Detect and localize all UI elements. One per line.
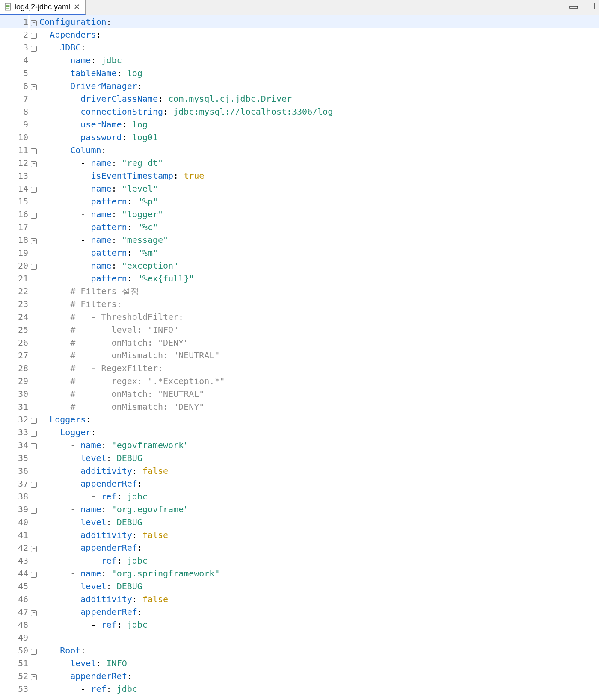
code-line[interactable]: - name: "logger" bbox=[39, 208, 599, 221]
code-line[interactable]: pattern: "%m" bbox=[39, 246, 599, 259]
code-line[interactable]: Loggers: bbox=[39, 413, 599, 426]
fold-cell[interactable]: − bbox=[30, 439, 39, 452]
fold-toggle-icon[interactable]: − bbox=[31, 546, 37, 552]
fold-cell[interactable]: − bbox=[30, 233, 39, 246]
code-line[interactable]: level: DEBUG bbox=[39, 516, 599, 529]
code-line[interactable]: JDBC: bbox=[39, 41, 599, 54]
fold-cell[interactable]: − bbox=[30, 644, 39, 657]
code-line[interactable]: Appenders: bbox=[39, 28, 599, 41]
fold-cell[interactable]: − bbox=[30, 80, 39, 92]
fold-cell[interactable]: − bbox=[30, 541, 39, 554]
code-line[interactable]: - name: "egovframework" bbox=[39, 439, 599, 452]
code-line[interactable]: password: log01 bbox=[39, 131, 599, 144]
fold-toggle-icon[interactable]: − bbox=[31, 674, 37, 680]
fold-cell[interactable]: − bbox=[30, 477, 39, 490]
close-icon[interactable]: ✕ bbox=[73, 2, 81, 12]
code-line[interactable]: appenderRef: bbox=[39, 670, 599, 682]
code-line[interactable]: connectionString: jdbc:mysql://localhost… bbox=[39, 105, 599, 118]
fold-cell[interactable]: − bbox=[30, 503, 39, 516]
code-line[interactable]: - name: "exception" bbox=[39, 259, 599, 272]
fold-cell[interactable]: − bbox=[30, 605, 39, 618]
code-line[interactable]: - name: "reg_dt" bbox=[39, 157, 599, 169]
fold-toggle-icon[interactable]: − bbox=[31, 431, 37, 437]
fold-cell[interactable]: − bbox=[30, 208, 39, 221]
fold-cell[interactable]: − bbox=[30, 41, 39, 54]
fold-cell[interactable]: − bbox=[30, 157, 39, 169]
code-line[interactable]: level: DEBUG bbox=[39, 452, 599, 464]
fold-cell[interactable]: − bbox=[30, 28, 39, 41]
code-line[interactable]: additivity: false bbox=[39, 593, 599, 605]
fold-toggle-icon[interactable]: − bbox=[31, 238, 37, 244]
fold-cell[interactable]: − bbox=[30, 182, 39, 195]
code-line[interactable]: pattern: "%c" bbox=[39, 221, 599, 233]
code-line[interactable]: level: INFO bbox=[39, 657, 599, 670]
code-line[interactable] bbox=[39, 631, 599, 644]
code-line[interactable]: # level: "INFO" bbox=[39, 323, 599, 336]
maximize-icon[interactable] bbox=[586, 3, 596, 9]
code-line[interactable]: - name: "message" bbox=[39, 233, 599, 246]
code-line[interactable]: # - RegexFilter: bbox=[39, 362, 599, 375]
code-line[interactable]: Column: bbox=[39, 144, 599, 157]
code-line[interactable]: # onMismatch: "DENY" bbox=[39, 400, 599, 413]
code-line[interactable]: name: jdbc bbox=[39, 54, 599, 67]
code-line[interactable]: DriverManager: bbox=[39, 80, 599, 92]
editor-tab[interactable]: log4j2-jdbc.yaml ✕ bbox=[0, 0, 86, 15]
fold-toggle-icon[interactable]: − bbox=[31, 33, 37, 39]
code-line[interactable]: # - ThresholdFilter: bbox=[39, 310, 599, 323]
code-line[interactable]: - name: "org.egovframe" bbox=[39, 503, 599, 516]
line-number: 15 bbox=[0, 195, 28, 208]
minimize-icon[interactable] bbox=[569, 3, 578, 9]
fold-toggle-icon[interactable]: − bbox=[31, 649, 37, 655]
code-line[interactable]: # onMismatch: "NEUTRAL" bbox=[39, 349, 599, 362]
code-line[interactable]: additivity: false bbox=[39, 464, 599, 477]
code-line[interactable]: pattern: "%ex{full}" bbox=[39, 272, 599, 285]
fold-toggle-icon[interactable]: − bbox=[31, 443, 37, 449]
code-line[interactable]: userName: log bbox=[39, 118, 599, 131]
fold-toggle-icon[interactable]: − bbox=[31, 418, 37, 424]
code-line[interactable]: - ref: jdbc bbox=[39, 490, 599, 503]
fold-toggle-icon[interactable]: − bbox=[31, 148, 37, 154]
fold-cell[interactable]: − bbox=[30, 15, 39, 28]
fold-toggle-icon[interactable]: − bbox=[31, 84, 37, 90]
code-line[interactable]: isEventTimestamp: true bbox=[39, 169, 599, 182]
code-line[interactable]: Logger: bbox=[39, 426, 599, 439]
code-line[interactable]: # onMatch: "NEUTRAL" bbox=[39, 387, 599, 400]
code-line[interactable]: appenderRef: bbox=[39, 541, 599, 554]
fold-toggle-icon[interactable]: − bbox=[31, 482, 37, 488]
fold-cell[interactable]: − bbox=[30, 567, 39, 580]
code-editor[interactable]: 1234567891011121314151617181920212223242… bbox=[0, 15, 599, 695]
fold-toggle-icon[interactable]: − bbox=[31, 213, 37, 219]
code-line[interactable]: - ref: jdbc bbox=[39, 682, 599, 695]
fold-toggle-icon[interactable]: − bbox=[31, 187, 37, 193]
fold-cell[interactable]: − bbox=[30, 426, 39, 439]
code-line[interactable]: # onMatch: "DENY" bbox=[39, 336, 599, 349]
code-line[interactable]: - ref: jdbc bbox=[39, 554, 599, 567]
fold-cell[interactable]: − bbox=[30, 670, 39, 682]
code-line[interactable]: pattern: "%p" bbox=[39, 195, 599, 208]
code-line[interactable]: level: DEBUG bbox=[39, 580, 599, 593]
fold-toggle-icon[interactable]: − bbox=[31, 508, 37, 514]
fold-cell[interactable]: − bbox=[30, 413, 39, 426]
code-line[interactable]: - name: "org.springframework" bbox=[39, 567, 599, 580]
code-area[interactable]: Configuration: Appenders: JDBC: name: jd… bbox=[39, 15, 599, 695]
code-line[interactable]: appenderRef: bbox=[39, 477, 599, 490]
code-line[interactable]: appenderRef: bbox=[39, 605, 599, 618]
fold-toggle-icon[interactable]: − bbox=[31, 20, 37, 26]
code-line[interactable]: # Filters: bbox=[39, 298, 599, 310]
code-line[interactable]: driverClassName: com.mysql.cj.jdbc.Drive… bbox=[39, 92, 599, 105]
code-line[interactable]: - ref: jdbc bbox=[39, 618, 599, 631]
fold-toggle-icon[interactable]: − bbox=[31, 610, 37, 616]
code-line[interactable]: - name: "level" bbox=[39, 182, 599, 195]
code-line[interactable]: # regex: ".*Exception.*" bbox=[39, 375, 599, 387]
code-line[interactable]: Root: bbox=[39, 644, 599, 657]
code-line[interactable]: # Filters 설정 bbox=[39, 285, 599, 298]
fold-toggle-icon[interactable]: − bbox=[31, 46, 37, 52]
fold-toggle-icon[interactable]: − bbox=[31, 264, 37, 270]
fold-toggle-icon[interactable]: − bbox=[31, 161, 37, 167]
fold-toggle-icon[interactable]: − bbox=[31, 572, 37, 578]
code-line[interactable]: tableName: log bbox=[39, 67, 599, 80]
code-line[interactable]: additivity: false bbox=[39, 529, 599, 541]
code-line[interactable]: Configuration: bbox=[39, 15, 599, 28]
fold-cell[interactable]: − bbox=[30, 144, 39, 157]
fold-cell[interactable]: − bbox=[30, 259, 39, 272]
